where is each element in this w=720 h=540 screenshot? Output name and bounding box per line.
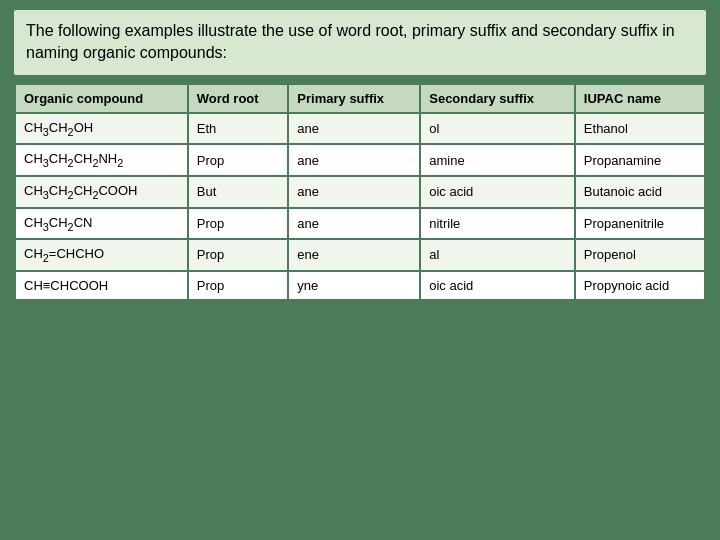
- intro-text: The following examples illustrate the us…: [14, 10, 706, 75]
- col-header-secondary-suffix: Secondary suffix: [420, 84, 575, 113]
- cell-compound: CH3CH2CH2NH2: [15, 144, 188, 176]
- table-row: CH3CH2CNPropanenitrilePropanenitrile: [15, 208, 705, 240]
- cell-word-root: Eth: [188, 113, 289, 145]
- cell-primary-suffix: yne: [288, 271, 420, 300]
- cell-compound: CH3CH2CH2COOH: [15, 176, 188, 208]
- cell-primary-suffix: ane: [288, 113, 420, 145]
- table-row: CH2=CHCHOPropenealPropenol: [15, 239, 705, 271]
- cell-secondary-suffix: nitrile: [420, 208, 575, 240]
- cell-primary-suffix: ene: [288, 239, 420, 271]
- cell-compound: CH≡CHCOOH: [15, 271, 188, 300]
- cell-iupac-name: Propynoic acid: [575, 271, 705, 300]
- cell-word-root: Prop: [188, 144, 289, 176]
- cell-word-root: But: [188, 176, 289, 208]
- cell-iupac-name: Propenol: [575, 239, 705, 271]
- table-row: CH3CH2CH2COOHButaneoic acidButanoic acid: [15, 176, 705, 208]
- col-header-word-root: Word root: [188, 84, 289, 113]
- cell-primary-suffix: ane: [288, 208, 420, 240]
- cell-secondary-suffix: amine: [420, 144, 575, 176]
- col-header-primary-suffix: Primary suffix: [288, 84, 420, 113]
- cell-primary-suffix: ane: [288, 176, 420, 208]
- table-row: CH3CH2CH2NH2PropaneaminePropanamine: [15, 144, 705, 176]
- cell-iupac-name: Butanoic acid: [575, 176, 705, 208]
- cell-word-root: Prop: [188, 271, 289, 300]
- cell-secondary-suffix: oic acid: [420, 176, 575, 208]
- cell-iupac-name: Propanenitrile: [575, 208, 705, 240]
- cell-compound: CH2=CHCHO: [15, 239, 188, 271]
- cell-secondary-suffix: oic acid: [420, 271, 575, 300]
- cell-word-root: Prop: [188, 208, 289, 240]
- cell-primary-suffix: ane: [288, 144, 420, 176]
- table-row: CH3CH2OHEthaneolEthanol: [15, 113, 705, 145]
- cell-iupac-name: Propanamine: [575, 144, 705, 176]
- cell-iupac-name: Ethanol: [575, 113, 705, 145]
- col-header-compound: Organic compound: [15, 84, 188, 113]
- main-container: The following examples illustrate the us…: [0, 0, 720, 540]
- table-row: CH≡CHCOOHPropyneoic acidPropynoic acid: [15, 271, 705, 300]
- cell-secondary-suffix: al: [420, 239, 575, 271]
- col-header-iupac-name: IUPAC name: [575, 84, 705, 113]
- cell-word-root: Prop: [188, 239, 289, 271]
- cell-compound: CH3CH2CN: [15, 208, 188, 240]
- cell-compound: CH3CH2OH: [15, 113, 188, 145]
- compound-table: Organic compound Word root Primary suffi…: [14, 83, 706, 301]
- cell-secondary-suffix: ol: [420, 113, 575, 145]
